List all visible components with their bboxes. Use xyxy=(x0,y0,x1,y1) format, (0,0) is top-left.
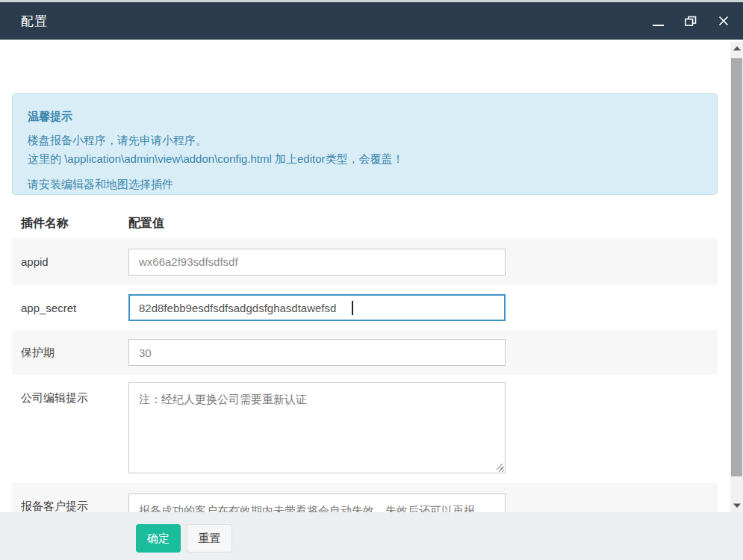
app-secret-input[interactable] xyxy=(128,294,506,321)
notice-note: 请安装编辑器和地图选择插件 xyxy=(28,175,702,193)
titlebar: 配置 xyxy=(0,2,743,40)
company-edit-tip-textarea[interactable]: 注：经纪人更换公司需要重新认证 xyxy=(128,382,506,473)
field-label-appid: appid xyxy=(21,255,128,268)
column-header-config-value: 配置值 xyxy=(128,216,164,231)
scroll-up-icon xyxy=(733,46,741,51)
notice-title: 温馨提示 xyxy=(28,107,702,125)
text-caret xyxy=(352,301,353,315)
scroll-up-button[interactable] xyxy=(730,42,743,55)
resize-handle-icon[interactable] xyxy=(495,462,503,470)
dialog-footer: 确定 重置 xyxy=(0,512,743,560)
appid-input[interactable] xyxy=(128,249,506,276)
field-label-report-customer-tip: 报备客户提示 xyxy=(21,483,128,514)
scroll-down-button[interactable] xyxy=(730,499,743,512)
table-row: appid xyxy=(12,238,718,285)
field-label-app-secret: app_secret xyxy=(21,302,128,314)
column-header-plugin-name: 插件名称 xyxy=(21,216,128,231)
restore-icon xyxy=(685,16,697,27)
window-title: 配置 xyxy=(21,13,48,30)
field-label-company-edit-tip: 公司编辑提示 xyxy=(21,375,128,405)
minimize-button[interactable] xyxy=(650,13,665,28)
scroll-down-icon xyxy=(733,503,741,508)
window-controls xyxy=(650,13,731,28)
protection-period-input[interactable] xyxy=(128,339,506,366)
field-label-protection-period: 保护期 xyxy=(21,346,128,360)
confirm-button[interactable]: 确定 xyxy=(136,524,181,553)
table-row: 保护期 xyxy=(12,330,718,375)
scrollbar[interactable] xyxy=(730,42,743,512)
close-icon xyxy=(718,16,729,26)
table-header: 插件名称 配置值 xyxy=(12,208,718,238)
notice-box: 温馨提示 楼盘报备小程序，请先申请小程序。 这里的 \application\a… xyxy=(12,93,718,195)
close-button[interactable] xyxy=(716,13,731,28)
notice-line: 这里的 \application\admin\view\addon\config… xyxy=(28,149,702,168)
dialog-body: 温馨提示 楼盘报备小程序，请先申请小程序。 这里的 \application\a… xyxy=(0,40,743,512)
reset-button[interactable]: 重置 xyxy=(187,524,232,553)
notice-line: 楼盘报备小程序，请先申请小程序。 xyxy=(28,131,702,149)
restore-button[interactable] xyxy=(683,13,698,28)
scrollbar-thumb[interactable] xyxy=(731,58,742,476)
table-row: app_secret xyxy=(12,285,718,330)
minimize-icon xyxy=(653,25,664,26)
table-row: 公司编辑提示 注：经纪人更换公司需要重新认证 xyxy=(12,375,718,483)
